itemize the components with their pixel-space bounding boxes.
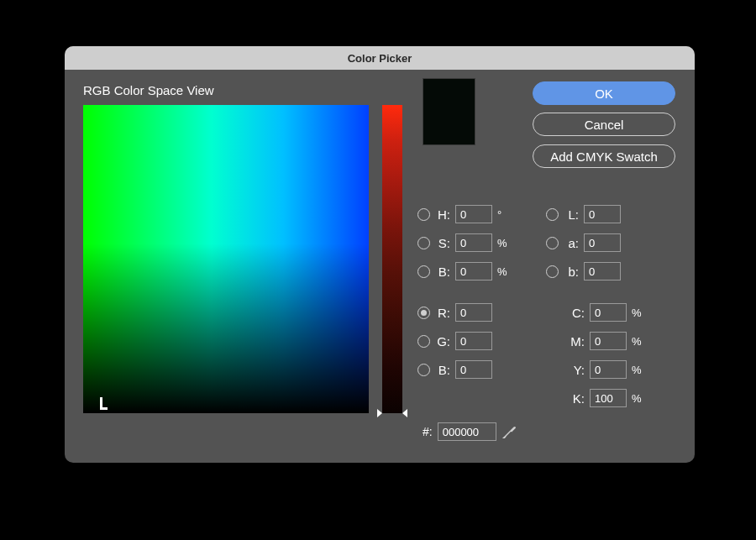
row-l: L: (546, 205, 621, 223)
row-rgb-b: B: (417, 360, 509, 379)
color-field-gradient (83, 105, 369, 413)
radio-h[interactable] (417, 208, 430, 221)
current-color-swatch (423, 78, 475, 145)
window-title: Color Picker (348, 52, 412, 65)
input-r[interactable] (455, 303, 492, 322)
radio-lab-b[interactable] (546, 265, 559, 278)
color-picker-window: Color Picker RGB Color Space View OK Can… (65, 46, 695, 463)
color-field[interactable] (83, 105, 369, 413)
radio-rgb-b[interactable] (417, 364, 430, 376)
radio-r[interactable] (417, 307, 430, 319)
input-lab-b[interactable] (584, 262, 621, 280)
label-hsb-b: B: (435, 265, 450, 279)
input-k[interactable] (590, 389, 627, 407)
hue-slider-handle-icon[interactable] (377, 409, 407, 417)
label-s: S: (435, 236, 450, 250)
eyedropper-icon[interactable] (501, 423, 518, 440)
titlebar: Color Picker (65, 46, 695, 70)
row-m: M: % (570, 332, 643, 350)
input-s[interactable] (455, 233, 492, 252)
row-s: S: % (417, 233, 509, 252)
row-k: K: % (570, 389, 643, 407)
unit-m: % (632, 335, 643, 348)
input-m[interactable] (590, 332, 627, 350)
row-a: a: (546, 233, 621, 252)
input-g[interactable] (455, 332, 492, 350)
radio-l[interactable] (546, 208, 559, 221)
row-r: R: (417, 303, 509, 322)
radio-g[interactable] (417, 335, 430, 348)
unit-c: % (632, 307, 643, 319)
label-a: a: (564, 236, 579, 250)
input-h[interactable] (455, 205, 492, 223)
ok-button[interactable]: OK (533, 81, 675, 105)
section-label: RGB Color Space View (83, 83, 214, 97)
row-hsb-b: B: % (417, 262, 509, 280)
input-hsb-b[interactable] (455, 262, 492, 280)
unit-s: % (497, 237, 509, 249)
unit-y: % (632, 364, 643, 376)
row-h: H: ° (417, 205, 509, 223)
unit-k: % (632, 392, 643, 405)
input-hex[interactable] (438, 422, 496, 441)
label-c: C: (570, 306, 585, 320)
add-cmyk-swatch-button[interactable]: Add CMYK Swatch (533, 144, 675, 168)
label-k: K: (570, 391, 585, 406)
input-l[interactable] (584, 205, 621, 223)
hue-slider[interactable] (382, 105, 402, 413)
label-l: L: (564, 207, 579, 222)
input-rgb-b[interactable] (455, 360, 492, 379)
row-hex: #: (423, 422, 518, 441)
row-g: G: (417, 332, 509, 350)
radio-s[interactable] (417, 237, 430, 249)
label-h: H: (435, 207, 450, 222)
input-a[interactable] (584, 233, 621, 252)
unit-h: ° (497, 208, 509, 221)
radio-a[interactable] (546, 237, 559, 249)
label-rgb-b: B: (435, 363, 450, 377)
radio-hsb-b[interactable] (417, 265, 430, 278)
label-r: R: (435, 306, 450, 320)
unit-hsb-b: % (497, 265, 509, 278)
input-c[interactable] (590, 303, 627, 322)
row-c: C: % (570, 303, 643, 322)
input-y[interactable] (590, 360, 627, 379)
label-y: Y: (570, 363, 585, 377)
label-hex: #: (423, 425, 433, 438)
row-lab-b: b: (546, 262, 621, 280)
row-y: Y: % (570, 360, 643, 379)
label-m: M: (570, 334, 585, 349)
label-g: G: (435, 334, 450, 349)
cancel-button[interactable]: Cancel (533, 113, 675, 136)
label-lab-b: b: (564, 265, 579, 279)
